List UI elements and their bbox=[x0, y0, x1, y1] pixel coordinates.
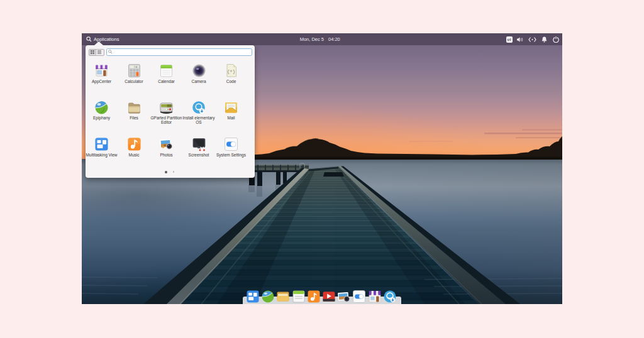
svg-text:7.34: 7.34 bbox=[133, 66, 137, 68]
svg-text:{ }: { } bbox=[227, 69, 236, 74]
